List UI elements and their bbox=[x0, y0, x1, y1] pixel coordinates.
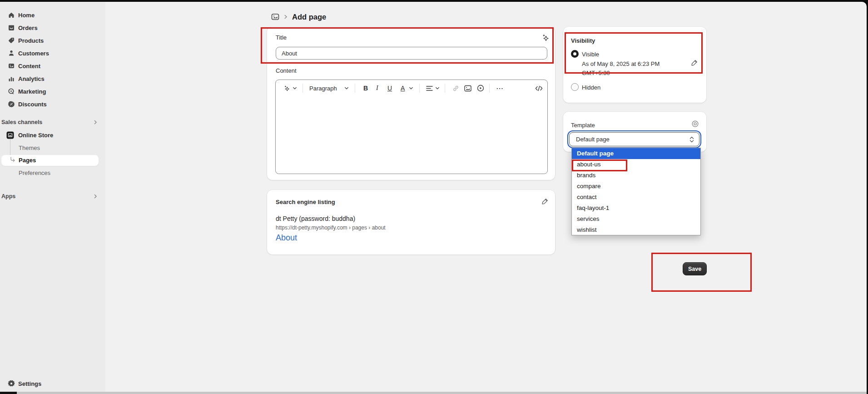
toolbar-divider bbox=[419, 84, 420, 93]
dropdown-option-contact[interactable]: contact bbox=[572, 192, 700, 203]
sidebar: Home Orders Products Customers Content A… bbox=[0, 2, 105, 394]
dropdown-option-default-page[interactable]: Default page bbox=[572, 148, 700, 159]
home-icon bbox=[7, 11, 15, 19]
sidebar-section-apps[interactable]: Apps bbox=[0, 191, 105, 202]
orders-icon bbox=[7, 24, 15, 32]
toolbar-divider bbox=[303, 84, 303, 93]
sidebar-item-analytics[interactable]: Analytics bbox=[0, 72, 105, 85]
page-title: Add page bbox=[292, 13, 326, 21]
template-select[interactable]: Default page bbox=[569, 132, 699, 146]
align-icon[interactable] bbox=[426, 83, 433, 94]
more-options-button[interactable]: ⋯ bbox=[496, 83, 504, 94]
sidebar-item-orders[interactable]: Orders bbox=[0, 21, 105, 34]
chevron-down-icon bbox=[293, 83, 297, 94]
sidebar-item-label: Settings bbox=[18, 380, 41, 387]
tree-connector-line bbox=[10, 139, 10, 157]
insert-video-icon[interactable] bbox=[477, 83, 484, 94]
bold-button[interactable]: B bbox=[363, 83, 368, 94]
analytics-icon bbox=[7, 75, 15, 83]
dropdown-option-faq-layout-1[interactable]: faq-layout-1 bbox=[572, 203, 700, 214]
sidebar-item-label: Analytics bbox=[18, 75, 45, 82]
title-input[interactable] bbox=[276, 47, 547, 60]
template-label: Template bbox=[571, 122, 595, 129]
seo-site-line: dt Petty (password: buddha) bbox=[276, 215, 355, 222]
text-color-button[interactable]: A bbox=[401, 83, 405, 94]
seo-url: https://dt-petty.myshopify.com › pages ›… bbox=[276, 224, 386, 231]
sidebar-item-settings[interactable]: Settings bbox=[0, 377, 105, 390]
sidebar-item-content[interactable]: Content bbox=[0, 60, 105, 72]
chevron-down-icon bbox=[435, 83, 440, 94]
sidebar-item-label: Home bbox=[18, 12, 35, 19]
sidebar-item-marketing[interactable]: Marketing bbox=[0, 85, 105, 98]
edit-pencil-icon[interactable] bbox=[691, 59, 698, 66]
visibility-date-line1: As of May 8, 2025 at 6:23 PM bbox=[582, 60, 660, 67]
view-eye-icon[interactable] bbox=[691, 120, 699, 128]
sidebar-item-label: Online Store bbox=[18, 132, 53, 139]
sidebar-section-sales-channels[interactable]: Sales channels bbox=[0, 117, 105, 128]
dropdown-option-wishlist[interactable]: wishlist bbox=[572, 224, 700, 235]
page-media-icon[interactable] bbox=[271, 13, 279, 21]
paragraph-style-dropdown[interactable]: Paragraph bbox=[309, 83, 337, 94]
hidden-radio-label[interactable]: Hidden bbox=[582, 84, 600, 91]
hidden-radio-unselected[interactable] bbox=[571, 83, 579, 91]
toolbar-divider bbox=[445, 84, 445, 93]
template-dropdown-list: Default page about-us brands compare con… bbox=[571, 148, 701, 235]
title-label: Title bbox=[276, 34, 287, 41]
breadcrumb: Add page bbox=[271, 12, 326, 22]
seo-page-title-link[interactable]: About bbox=[276, 233, 297, 243]
visible-radio-selected[interactable] bbox=[571, 50, 579, 58]
select-updown-icon bbox=[689, 136, 694, 143]
sidebar-item-discounts[interactable]: Discounts bbox=[0, 98, 105, 110]
admin-content: Home Orders Products Customers Content A… bbox=[0, 2, 867, 394]
discounts-icon bbox=[7, 100, 15, 108]
sidebar-item-online-store[interactable]: Online Store bbox=[0, 129, 105, 141]
edit-pencil-icon[interactable] bbox=[541, 198, 549, 205]
toolbar-divider bbox=[355, 84, 355, 93]
sidebar-item-label: Marketing bbox=[18, 88, 46, 95]
sidebar-item-label: Discounts bbox=[18, 101, 47, 108]
dropdown-option-compare[interactable]: compare bbox=[572, 181, 700, 192]
italic-button[interactable]: I bbox=[376, 83, 378, 94]
marketing-icon bbox=[7, 88, 15, 95]
customers-icon bbox=[7, 50, 15, 57]
rich-text-editor[interactable] bbox=[275, 80, 548, 174]
corner-arrow-icon bbox=[10, 157, 16, 163]
horizontal-scrollbar[interactable] bbox=[0, 392, 867, 394]
content-label: Content bbox=[276, 67, 297, 74]
sidebar-item-label: Pages bbox=[19, 157, 36, 164]
sidebar-item-label: Customers bbox=[18, 50, 49, 57]
dropdown-option-services[interactable]: services bbox=[572, 214, 700, 224]
editor-magic-icon[interactable] bbox=[283, 83, 290, 94]
dropdown-option-about-us[interactable]: about-us bbox=[572, 159, 700, 170]
save-button[interactable]: Save bbox=[683, 262, 707, 275]
magic-sparkle-icon[interactable] bbox=[541, 34, 549, 41]
dropdown-option-brands[interactable]: brands bbox=[572, 170, 700, 181]
code-view-icon[interactable] bbox=[535, 83, 543, 94]
sidebar-item-home[interactable]: Home bbox=[0, 9, 105, 21]
link-icon[interactable] bbox=[452, 83, 459, 94]
shopify-admin-window: Home Orders Products Customers Content A… bbox=[0, 0, 868, 394]
products-icon bbox=[7, 37, 15, 45]
scrollbar-corner bbox=[0, 392, 17, 394]
sidebar-item-customers[interactable]: Customers bbox=[0, 47, 105, 60]
sidebar-item-pages-selected[interactable]: Pages bbox=[1, 155, 99, 166]
sidebar-item-preferences[interactable]: Preferences bbox=[19, 170, 50, 176]
visibility-heading: Visibility bbox=[571, 37, 595, 44]
toolbar-divider bbox=[489, 84, 490, 93]
window-frame-top bbox=[0, 0, 868, 2]
visibility-date-line2: GMT+5:30 bbox=[582, 70, 610, 76]
seo-heading: Search engine listing bbox=[276, 199, 335, 205]
sidebar-item-label: Products bbox=[18, 37, 44, 44]
sales-channels-label: Sales channels bbox=[1, 119, 42, 125]
settings-gear-icon bbox=[7, 380, 15, 388]
chevron-down-icon bbox=[344, 83, 349, 94]
underline-button[interactable]: U bbox=[387, 83, 392, 94]
sidebar-item-themes[interactable]: Themes bbox=[19, 145, 40, 151]
sidebar-item-label: Content bbox=[18, 63, 40, 70]
visible-radio-label[interactable]: Visible bbox=[582, 51, 599, 58]
store-icon bbox=[6, 131, 14, 139]
chevron-right-icon bbox=[93, 194, 98, 199]
insert-image-icon[interactable] bbox=[464, 83, 471, 94]
template-select-value: Default page bbox=[576, 136, 610, 143]
sidebar-item-products[interactable]: Products bbox=[0, 34, 105, 47]
